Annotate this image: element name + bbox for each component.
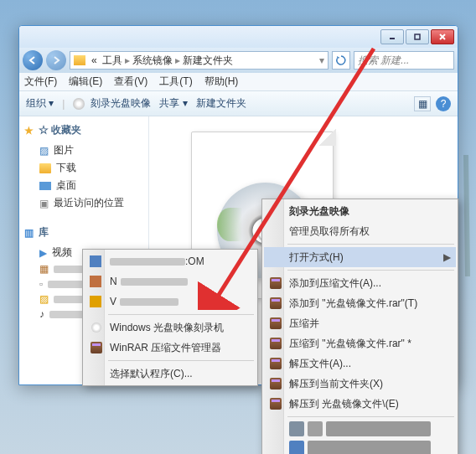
context-blurred-row[interactable] [289, 421, 431, 436]
app-icon [90, 255, 101, 267]
rar-icon [269, 337, 282, 350]
context-extract-files[interactable]: 解压文件(A)... [264, 353, 456, 374]
burn-image-button[interactable]: 刻录光盘映像 [73, 96, 151, 111]
rar-icon [90, 341, 103, 354]
rar-icon [269, 317, 282, 330]
rar-icon [269, 377, 282, 390]
breadcrumb-part[interactable]: 工具 [100, 54, 125, 68]
open-with-submenu: :OM N V Windows 光盘映像刻录机 WinRAR 压缩文件管理器 选… [82, 249, 258, 386]
libraries-header[interactable]: ▥库 [24, 225, 143, 240]
folder-icon [74, 55, 85, 65]
favorites-header[interactable]: ★☆ 收藏夹 [24, 123, 143, 137]
context-compress-and-email[interactable]: 压缩并 [264, 313, 456, 333]
sidebar-item-desktop[interactable]: 桌面 [24, 177, 143, 194]
maximize-button[interactable] [406, 29, 429, 44]
context-extract-here[interactable]: 解压到当前文件夹(X) [264, 374, 456, 394]
context-menu: 刻录光盘映像 管理员取得所有权 打开方式(H)▶ 添加到压缩文件(A)... 添… [261, 199, 458, 454]
picture-icon: ▨ [39, 293, 49, 305]
share-button[interactable]: 共享 ▾ [159, 96, 187, 111]
app-icon [90, 276, 101, 287]
new-folder-button[interactable]: 新建文件夹 [196, 96, 246, 111]
choose-default-program[interactable]: 选择默认程序(C)... [85, 364, 256, 384]
open-with-item-2[interactable]: V [85, 291, 256, 312]
sidebar-item-recent[interactable]: ▣最近访问的位置 [24, 194, 143, 212]
star-icon: ★ [24, 125, 34, 137]
minimize-button[interactable] [380, 29, 404, 44]
address-bar: « 工具▸ 系统镜像▸ 新建文件夹 ▾ 搜索 新建... [19, 48, 458, 73]
context-take-ownership[interactable]: 管理员取得所有权 [264, 221, 456, 241]
sidebar-item-pictures[interactable]: ▨图片 [24, 142, 143, 159]
title-bar [19, 26, 458, 48]
menu-bar: 文件(F) 编辑(E) 查看(V) 工具(T) 帮助(H) [19, 73, 458, 91]
menu-file[interactable]: 文件(F) [24, 75, 57, 89]
context-burn-disc-image[interactable]: 刻录光盘映像 [264, 201, 456, 221]
open-with-item-0[interactable]: :OM [85, 251, 256, 271]
menu-edit[interactable]: 编辑(E) [69, 75, 102, 89]
refresh-button[interactable] [332, 51, 350, 70]
open-with-winrar[interactable]: WinRAR 压缩文件管理器 [85, 338, 256, 358]
forward-button[interactable] [46, 50, 66, 70]
close-button[interactable] [431, 29, 454, 44]
desktop-icon [39, 182, 51, 190]
search-input[interactable]: 搜索 新建... [354, 51, 454, 70]
rar-icon [269, 357, 282, 370]
video-icon: ▶ [39, 247, 47, 259]
folder-icon [39, 163, 51, 173]
context-blurred-row[interactable] [289, 441, 431, 454]
help-icon[interactable]: ? [436, 96, 451, 111]
back-button[interactable] [23, 50, 43, 70]
open-with-item-1[interactable]: N [85, 271, 256, 291]
rar-icon [269, 397, 282, 410]
rar-icon [269, 297, 282, 310]
library-icon: ▥ [24, 227, 34, 239]
breadcrumb[interactable]: « 工具▸ 系统镜像▸ 新建文件夹 ▾ [70, 51, 329, 70]
context-open-with[interactable]: 打开方式(H)▶ [264, 247, 456, 267]
context-extract-to-folder[interactable]: 解压到 光盘镜像文件\(E) [264, 394, 456, 414]
organize-button[interactable]: 组织 ▾ [26, 96, 54, 111]
rar-icon [269, 276, 282, 290]
app-icon [90, 296, 101, 307]
context-add-to-named-rar[interactable]: 添加到 "光盘镜像文件.rar"(T) [264, 293, 456, 313]
submenu-arrow-icon: ▶ [443, 251, 451, 263]
menu-view[interactable]: 查看(V) [114, 75, 147, 89]
open-with-windows-burner[interactable]: Windows 光盘映像刻录机 [85, 317, 256, 338]
svg-rect-1 [415, 34, 420, 39]
disc-icon [90, 321, 103, 334]
document-icon: ▫ [39, 278, 43, 290]
sidebar-item-downloads[interactable]: 下载 [24, 159, 143, 177]
menu-tools[interactable]: 工具(T) [159, 75, 192, 89]
view-button[interactable]: ▦ [414, 96, 431, 111]
toolbar: 组织 ▾ | 刻录光盘映像 共享 ▾ 新建文件夹 ▦ ? [19, 91, 458, 116]
picture-icon: ▨ [39, 145, 49, 157]
unknown-icon: ▦ [39, 263, 49, 275]
menu-help[interactable]: 帮助(H) [204, 75, 239, 89]
recent-icon: ▣ [39, 198, 49, 209]
music-icon: ♪ [39, 308, 44, 320]
breadcrumb-part[interactable]: 系统镜像 [130, 54, 175, 68]
context-compress-to-named-email[interactable]: 压缩到 "光盘镜像文件.rar" * [264, 333, 456, 353]
breadcrumb-prefix: « [89, 54, 100, 66]
context-add-to-archive[interactable]: 添加到压缩文件(A)... [264, 273, 456, 293]
breadcrumb-part[interactable]: 新建文件夹 [180, 54, 235, 68]
